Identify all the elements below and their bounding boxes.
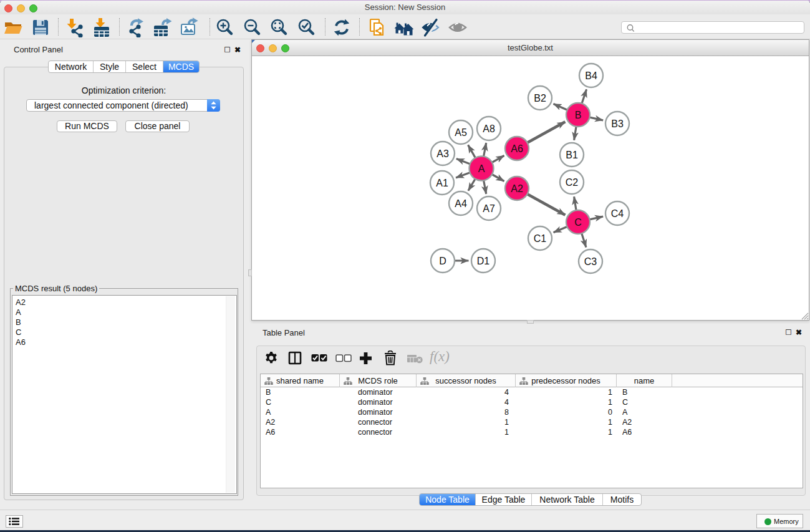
svg-text:B4: B4: [585, 70, 597, 81]
svg-text:C: C: [574, 217, 582, 228]
svg-text:A5: A5: [455, 127, 467, 138]
svg-text:A8: A8: [483, 123, 495, 134]
svg-text:B2: B2: [534, 93, 546, 104]
svg-text:A2: A2: [511, 183, 523, 194]
svg-text:D1: D1: [477, 256, 490, 266]
svg-text:C3: C3: [584, 256, 597, 267]
svg-text:B: B: [575, 110, 582, 120]
svg-text:C2: C2: [566, 177, 579, 188]
svg-text:C1: C1: [534, 233, 547, 244]
svg-text:B3: B3: [611, 118, 624, 129]
svg-text:A: A: [478, 163, 485, 174]
svg-text:A4: A4: [455, 198, 467, 209]
svg-text:C4: C4: [611, 208, 624, 219]
svg-text:A3: A3: [436, 148, 449, 159]
svg-text:A7: A7: [483, 203, 495, 214]
svg-text:A1: A1: [436, 178, 448, 188]
svg-text:D: D: [439, 256, 446, 266]
svg-text:B1: B1: [566, 150, 578, 160]
svg-text:A6: A6: [511, 143, 523, 154]
